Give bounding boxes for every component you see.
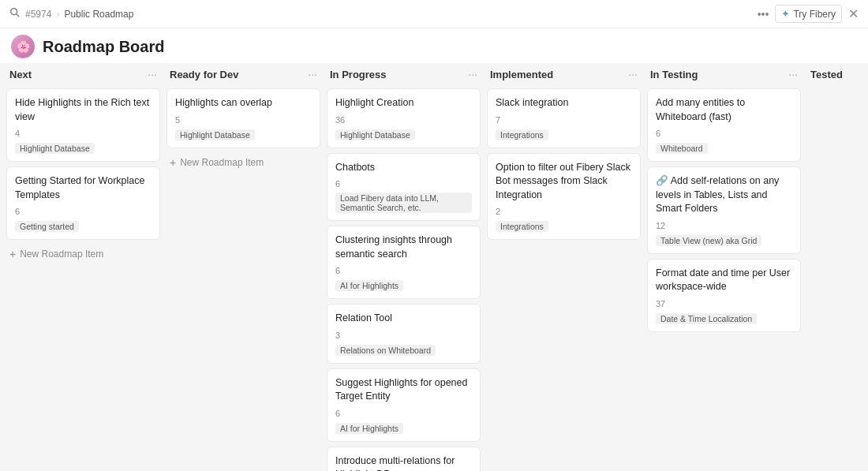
top-bar-left: #5974 › Public Roadmap <box>9 7 751 21</box>
card[interactable]: Add many entities to Whiteboard (fast)6W… <box>647 88 801 162</box>
card[interactable]: 🔗 Add self-relations on any levels in Ta… <box>647 166 801 254</box>
column-in-testing: In Testing···Add many entities to Whiteb… <box>647 63 801 332</box>
card-title: Option to filter out Fibery Slack Bot me… <box>496 161 632 203</box>
card[interactable]: Getting Started for Workplace Templates6… <box>6 166 160 240</box>
card-title: Getting Started for Workplace Templates <box>15 174 152 202</box>
close-button[interactable]: ✕ <box>848 8 859 21</box>
card-number: 6 <box>335 409 472 418</box>
card-number: 6 <box>335 266 472 275</box>
card-title: Hide Highlights in the Rich text view <box>15 96 152 124</box>
column-ready-for-dev: Ready for Dev···Highlights can overlap5H… <box>166 63 320 172</box>
column-header-in-progress: In Progress··· <box>327 63 481 84</box>
card[interactable]: Option to filter out Fibery Slack Bot me… <box>487 153 641 241</box>
column-implemented: Implemented···Slack integration7Integrat… <box>487 63 641 240</box>
card-title: Highlight Creation <box>335 96 472 110</box>
top-bar: #5974 › Public Roadmap ••• ✦ Try Fibery … <box>0 0 868 28</box>
card-tag: Whiteboard <box>656 143 708 154</box>
card-tag: AI for Highlights <box>335 423 403 434</box>
board-header: 🌸 Roadmap Board <box>0 28 868 63</box>
column-header-in-testing: In Testing··· <box>647 63 801 84</box>
card-tag: Getting started <box>15 221 79 232</box>
card[interactable]: Relation Tool3Relations on Whiteboard <box>327 304 481 364</box>
new-item-label: New Roadmap Item <box>180 157 264 168</box>
card-tag: Integrations <box>496 221 548 232</box>
plus-icon: + <box>9 248 16 260</box>
column-header-ready-for-dev: Ready for Dev··· <box>166 63 320 84</box>
card[interactable]: Hide Highlights in the Rich text view4Hi… <box>6 88 160 162</box>
card[interactable]: Highlight Creation36Highlight Database <box>327 88 481 148</box>
card-number: 12 <box>656 221 792 230</box>
card-number: 5 <box>175 115 312 125</box>
card-title: Highlights can overlap <box>175 96 312 110</box>
card-title: Suggest Highlights for opened Target Ent… <box>335 376 472 404</box>
card-number: 7 <box>496 115 632 125</box>
new-roadmap-item-button[interactable]: +New Roadmap Item <box>166 153 320 172</box>
card[interactable]: Suggest Highlights for opened Target Ent… <box>327 368 481 442</box>
card-tag: Integrations <box>496 129 548 140</box>
card-number: 6 <box>656 129 792 138</box>
card-title: Clustering insights through semantic sea… <box>335 234 472 261</box>
card[interactable]: Format date and time per User workspace-… <box>647 259 801 332</box>
column-title-in-progress: In Progress <box>330 69 387 80</box>
svg-point-0 <box>11 8 17 14</box>
column-tested: Tested··· <box>807 63 868 84</box>
card-number: 37 <box>656 299 792 308</box>
column-title-ready-for-dev: Ready for Dev <box>170 69 238 80</box>
board-title: Roadmap Board <box>43 38 164 56</box>
column-title-next: Next <box>9 69 32 80</box>
column-more-implemented[interactable]: ··· <box>628 68 638 80</box>
card[interactable]: Slack integration7Integrations <box>487 88 641 148</box>
new-item-label: New Roadmap Item <box>20 249 103 260</box>
card-title: Chatbots <box>335 161 472 175</box>
card-tag: Relations on Whiteboard <box>335 345 436 356</box>
column-header-next: Next··· <box>6 63 160 84</box>
card-tag: Date & Time Localization <box>656 313 757 324</box>
card[interactable]: Clustering insights through semantic sea… <box>327 226 481 299</box>
more-options-button[interactable]: ••• <box>758 8 769 21</box>
card-tag: Highlight Database <box>15 143 95 154</box>
card-title: 🔗 Add self-relations on any levels in Ta… <box>656 174 792 216</box>
card-title: Introduce multi-relations for Highlight … <box>335 454 472 472</box>
card-number: 2 <box>496 207 632 216</box>
card-number: 3 <box>335 331 472 340</box>
top-bar-right: ••• ✦ Try Fibery ✕ <box>758 5 859 23</box>
card-tag: Table View (new) aka Grid <box>656 235 761 246</box>
plus-icon: + <box>170 156 176 169</box>
card-tag: Load Fibery data into LLM, Semantic Sear… <box>335 193 472 213</box>
card-title: Slack integration <box>496 96 632 110</box>
breadcrumb-separator: › <box>56 9 59 20</box>
board-area: Next···Hide Highlights in the Rich text … <box>0 63 868 471</box>
card-number: 6 <box>335 179 472 189</box>
column-in-progress: In Progress···Highlight Creation36Highli… <box>327 63 481 471</box>
try-fibery-label: Try Fibery <box>793 9 836 20</box>
card-tag: Highlight Database <box>175 129 255 140</box>
column-more-next[interactable]: ··· <box>148 68 157 80</box>
column-more-in-testing[interactable]: ··· <box>788 68 798 80</box>
avatar-emoji: 🌸 <box>17 40 30 53</box>
card[interactable]: Chatbots6Load Fibery data into LLM, Sema… <box>327 153 481 222</box>
fibery-icon: ✦ <box>781 8 790 20</box>
search-icon[interactable] <box>9 7 21 21</box>
public-roadmap-label[interactable]: Public Roadmap <box>64 9 133 20</box>
column-title-implemented: Implemented <box>490 69 553 80</box>
svg-line-1 <box>17 13 20 17</box>
card-title: Add many entities to Whiteboard (fast) <box>656 96 792 124</box>
card-tag: AI for Highlights <box>335 280 403 291</box>
column-next: Next···Hide Highlights in the Rich text … <box>6 63 160 264</box>
column-more-in-progress[interactable]: ··· <box>468 68 477 80</box>
column-title-in-testing: In Testing <box>650 69 698 80</box>
column-title-tested: Tested <box>810 69 843 80</box>
try-fibery-button[interactable]: ✦ Try Fibery <box>775 5 842 23</box>
issue-number: #5974 <box>25 9 51 20</box>
column-header-tested: Tested··· <box>807 63 868 84</box>
column-header-implemented: Implemented··· <box>487 63 641 84</box>
card-title: Relation Tool <box>335 312 472 326</box>
new-roadmap-item-button[interactable]: +New Roadmap Item <box>6 245 160 264</box>
card-title: Format date and time per User workspace-… <box>656 267 792 294</box>
column-more-ready-for-dev[interactable]: ··· <box>308 68 317 80</box>
card-number: 6 <box>15 207 152 216</box>
card[interactable]: Introduce multi-relations for Highlight … <box>327 447 481 472</box>
card-tag: Highlight Database <box>335 129 415 140</box>
card[interactable]: Highlights can overlap5Highlight Databas… <box>166 88 320 148</box>
card-number: 36 <box>335 115 472 125</box>
